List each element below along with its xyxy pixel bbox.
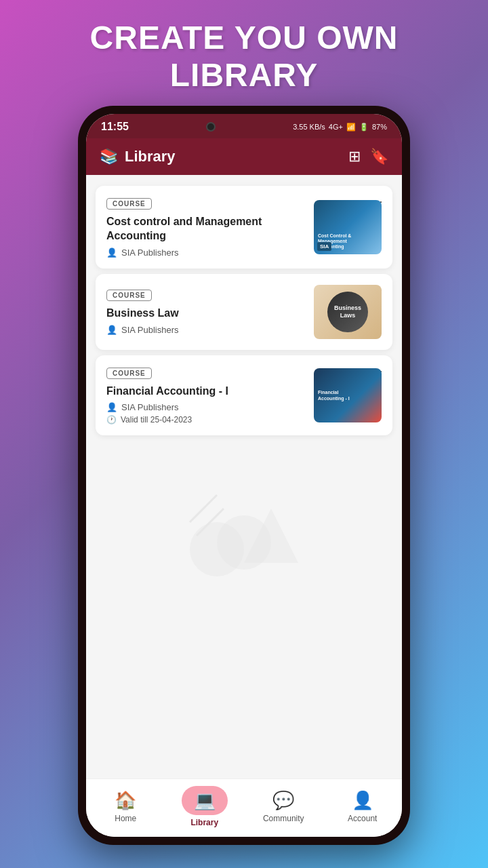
phone-frame: 11:55 3.55 KB/s 4G+ 📶 🔋 87% 📚 Library ⊞ …	[78, 106, 410, 845]
account-icon: 👤	[352, 790, 373, 811]
bookshelf-icon[interactable]: ⊞	[348, 148, 361, 165]
community-icon: 💬	[272, 790, 294, 811]
course-publisher-1: 👤 SIA Publishers	[106, 248, 306, 258]
valid-text-3: Valid till 25-04-2023	[121, 415, 192, 425]
clock-icon: 🕐	[106, 415, 117, 425]
status-time: 11:55	[101, 121, 129, 133]
nav-item-library[interactable]: 💻 Library	[165, 786, 245, 827]
nav-item-community[interactable]: 💬 Community	[244, 790, 323, 823]
status-camera	[206, 122, 216, 132]
battery-level: 87%	[372, 123, 387, 131]
course-title-3: Financial Accounting - I	[106, 384, 306, 399]
course-title-1: Cost control and Management Accounting	[106, 215, 306, 243]
course-valid-3: 🕐 Valid till 25-04-2023	[106, 415, 306, 425]
thumbnail-2: BusinessLaws	[314, 285, 382, 339]
thumbnail-3: FinancialAccounting - I	[314, 368, 382, 422]
publisher-icon-3: 👤	[106, 402, 117, 412]
course-publisher-2: 👤 SIA Publishers	[106, 325, 306, 335]
library-label: Library	[190, 818, 218, 827]
library-nav-icon: 💻	[194, 790, 216, 811]
publisher-name-2: SIA Publishers	[121, 325, 179, 335]
course-badge-1: COURSE	[106, 198, 152, 210]
home-icon: 🏠	[115, 790, 136, 811]
network-speed: 3.55 KB/s	[293, 123, 325, 131]
publisher-name-3: SIA Publishers	[121, 402, 179, 412]
course-badge-3: COURSE	[106, 368, 152, 379]
publisher-name-1: SIA Publishers	[121, 248, 179, 258]
home-label: Home	[115, 814, 136, 823]
header-icons: ⊞ 🔖	[348, 148, 388, 165]
course-card-2[interactable]: COURSE Business Law 👤 SIA Publishers ⋯ B…	[96, 274, 392, 350]
phone-screen: 11:55 3.55 KB/s 4G+ 📶 🔋 87% 📚 Library ⊞ …	[86, 114, 402, 837]
banner-title: CREATE YOU OWN LIBRARY	[0, 0, 488, 106]
empty-watermark	[86, 441, 402, 631]
publisher-icon-2: 👤	[106, 325, 117, 335]
header-title: Library	[125, 148, 176, 165]
bottom-nav: 🏠 Home 💻 Library 💬 Community 👤 Account	[86, 778, 402, 837]
community-label: Community	[263, 814, 304, 823]
status-icons: 3.55 KB/s 4G+ 📶 🔋 87%	[293, 123, 387, 132]
bookmark-icon[interactable]: 🔖	[370, 148, 388, 165]
content-area: COURSE Cost control and Management Accou…	[86, 175, 402, 778]
course-title-2: Business Law	[106, 307, 306, 321]
signal-icon: 📶	[346, 123, 356, 132]
course-publisher-3: 👤 SIA Publishers	[106, 402, 306, 412]
card-3-left: COURSE Financial Accounting - I 👤 SIA Pu…	[106, 366, 314, 425]
nav-item-account[interactable]: 👤 Account	[323, 790, 403, 823]
nav-item-home[interactable]: 🏠 Home	[86, 790, 165, 823]
app-header: 📚 Library ⊞ 🔖	[86, 138, 402, 175]
card-1-left: COURSE Cost control and Management Accou…	[106, 197, 314, 258]
course-badge-2: COURSE	[106, 290, 152, 301]
course-card-1[interactable]: COURSE Cost control and Management Accou…	[96, 186, 392, 269]
course-card-3[interactable]: COURSE Financial Accounting - I 👤 SIA Pu…	[96, 355, 392, 436]
account-label: Account	[348, 814, 377, 823]
library-icon: 📚	[100, 148, 118, 165]
publisher-icon-1: 👤	[106, 248, 117, 258]
status-bar: 11:55 3.55 KB/s 4G+ 📶 🔋 87%	[86, 114, 402, 138]
thumbnail-1: Cost Control &ManagementAccounting SIA	[314, 200, 382, 254]
card-2-left: COURSE Business Law 👤 SIA Publishers	[106, 288, 314, 335]
header-left: 📚 Library	[100, 148, 176, 165]
battery-icon: 🔋	[359, 123, 369, 132]
connection-type: 4G+	[329, 123, 343, 131]
